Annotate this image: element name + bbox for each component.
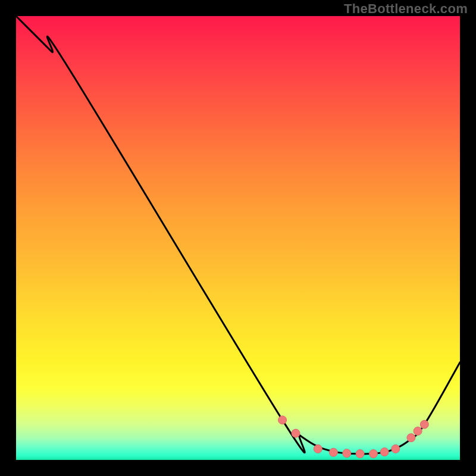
- watermark-text: TheBottleneck.com: [344, 1, 468, 17]
- marker-point: [278, 416, 287, 424]
- chart-frame: TheBottleneck.com: [0, 0, 476, 476]
- marker-point: [329, 448, 337, 456]
- marker-point: [314, 444, 322, 453]
- marker-point: [420, 420, 428, 428]
- marker-point: [356, 450, 364, 458]
- marker-point: [392, 444, 400, 453]
- bottleneck-curve: [16, 16, 460, 454]
- marker-point: [407, 434, 415, 442]
- marker-point: [380, 448, 389, 456]
- marker-point: [343, 449, 351, 458]
- marker-point: [414, 427, 422, 436]
- plot-area: [16, 16, 460, 460]
- curve-layer: [16, 16, 460, 460]
- marker-point: [369, 450, 378, 458]
- marker-point: [292, 429, 300, 437]
